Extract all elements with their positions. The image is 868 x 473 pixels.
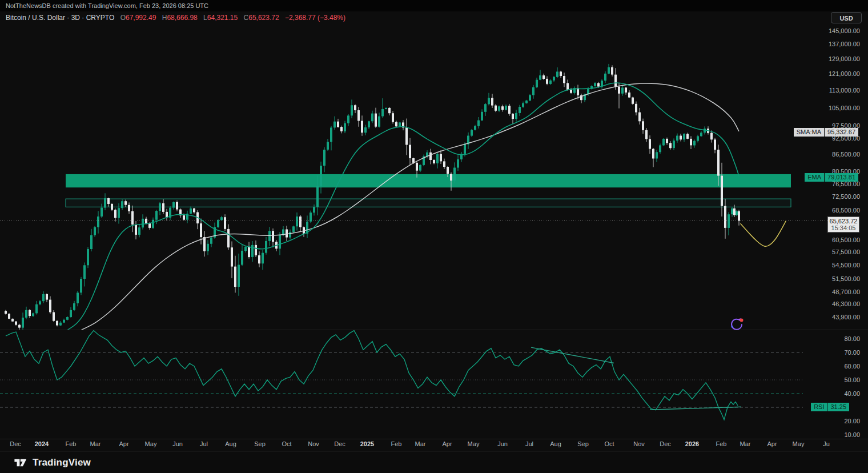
ohlc-open: O67,992.49 xyxy=(120,14,156,22)
rsi-tick-label: 10.00 xyxy=(844,431,860,438)
yellow-projection-drawing[interactable] xyxy=(741,221,786,246)
ema-name: EMA xyxy=(805,173,824,182)
time-tick-year: 2025 xyxy=(360,440,374,447)
time-tick-month: Nov xyxy=(308,440,319,447)
rsi-tick-label: 40.00 xyxy=(844,390,860,397)
refresh-cycle-icon[interactable] xyxy=(729,316,745,332)
time-tick-month: Feb xyxy=(391,440,402,447)
symbol-title[interactable]: Bitcoin / U.S. Dollar · 3D · CRYPTO xyxy=(6,14,114,22)
time-axis[interactable]: Dec2024FebMarAprMayJunJulAugSepOctNovDec… xyxy=(10,440,830,447)
sma-name: SMA:MA xyxy=(794,128,824,137)
time-tick-month: Jul xyxy=(525,440,533,447)
time-tick-month: May xyxy=(793,440,805,447)
price-tick-label: 113,000.00 xyxy=(829,87,860,94)
time-tick-month: Apr xyxy=(442,440,452,447)
ema-value: 79,013.81 xyxy=(825,173,858,182)
ohlc-low: L64,321.15 xyxy=(203,14,238,22)
time-tick-month: Sep xyxy=(577,440,589,447)
price-tick-label: 105,000.00 xyxy=(829,105,860,111)
footer-bar: TradingView xyxy=(0,451,868,473)
tradingview-chart-page: NotTheNewsDB created with TradingView.co… xyxy=(0,0,868,473)
time-tick-month: Apr xyxy=(767,440,777,447)
chart-canvas[interactable]: 145,000.00137,000.00129,000.00121,000.00… xyxy=(0,11,868,451)
rsi-panel[interactable] xyxy=(0,331,803,420)
tradingview-logo-icon[interactable] xyxy=(14,458,28,468)
price-tick-label: 54,500.00 xyxy=(832,262,860,268)
time-tick-month: Mar xyxy=(740,440,751,447)
attribution-bar: NotTheNewsDB created with TradingView.co… xyxy=(0,0,868,11)
symbol-info-row[interactable]: Bitcoin / U.S. Dollar · 3D · CRYPTO O67,… xyxy=(6,14,349,22)
last-price-box[interactable]: 65,623.72 15:34:05 xyxy=(827,217,859,233)
time-tick-month: Mar xyxy=(90,440,101,447)
rsi-trendline-1[interactable] xyxy=(531,347,614,363)
sma-value: 95,332.67 xyxy=(825,128,858,137)
time-tick-month: Apr xyxy=(119,440,128,447)
time-tick-year: 2024 xyxy=(35,440,49,447)
time-tick-month: Aug xyxy=(550,440,561,447)
price-tick-label: 129,000.00 xyxy=(829,55,860,62)
tradingview-wordmark[interactable]: TradingView xyxy=(33,457,91,468)
price-tick-label: 121,000.00 xyxy=(829,70,860,77)
price-tick-label: 46,300.00 xyxy=(832,300,860,307)
price-tick-label: 68,500.00 xyxy=(832,207,860,214)
price-tick-label: 72,500.00 xyxy=(832,193,860,200)
time-tick-month: Ju xyxy=(823,440,830,447)
change-value: −2,368.77 (−3.48%) xyxy=(285,14,345,22)
rsi-tick-label: 80.00 xyxy=(844,335,860,342)
price-tick-label: 57,500.00 xyxy=(832,248,860,255)
sma-label-badge[interactable]: SMA:MA 95,332.67 xyxy=(794,128,858,137)
time-tick-month: Oct xyxy=(604,440,614,447)
supply-zone-rect[interactable] xyxy=(66,174,791,187)
time-tick-month: Jul xyxy=(200,440,208,447)
rsi-tick-label: 20.00 xyxy=(844,418,860,424)
time-tick-month: Feb xyxy=(716,440,727,447)
time-tick-year: 2026 xyxy=(685,440,699,447)
time-tick-month: Feb xyxy=(66,440,77,447)
ohlc-close: C65,623.72 xyxy=(244,14,279,22)
price-tick-label: 137,000.00 xyxy=(829,41,860,47)
time-tick-month: Jun xyxy=(497,440,508,447)
time-tick-month: Dec xyxy=(334,440,345,447)
time-tick-month: May xyxy=(468,440,480,447)
time-tick-month: Oct xyxy=(282,440,291,447)
price-panel[interactable] xyxy=(5,64,791,332)
ema-label-badge[interactable]: EMA 79,013.81 xyxy=(805,173,858,182)
time-tick-month: Aug xyxy=(225,440,236,447)
price-tick-label: 60,500.00 xyxy=(832,236,860,243)
time-tick-month: Dec xyxy=(10,440,21,447)
price-tick-label: 145,000.00 xyxy=(829,27,860,34)
rsi-name: RSI xyxy=(811,403,827,411)
time-tick-month: Sep xyxy=(254,440,266,447)
last-price-value: 65,623.72 xyxy=(828,218,859,225)
time-tick-month: Mar xyxy=(415,440,426,447)
rsi-line[interactable] xyxy=(6,331,738,420)
time-tick-month: Jun xyxy=(172,440,183,447)
candle-countdown: 15:34:05 xyxy=(828,225,859,231)
rsi-value: 31.25 xyxy=(827,403,849,411)
time-tick-month: Nov xyxy=(633,440,645,447)
rsi-value-badge[interactable]: RSI 31.25 xyxy=(811,403,849,411)
ohlc-high: H68,666.98 xyxy=(162,14,198,22)
rsi-tick-label: 70.00 xyxy=(844,349,860,356)
rsi-tick-label: 60.00 xyxy=(844,363,860,370)
time-tick-month: May xyxy=(145,440,157,447)
chart-container[interactable]: 145,000.00137,000.00129,000.00121,000.00… xyxy=(0,11,868,451)
price-tick-label: 86,500.00 xyxy=(832,151,860,158)
currency-button[interactable]: USD xyxy=(831,12,862,23)
price-tick-label: 43,900.00 xyxy=(832,314,860,320)
price-tick-label: 51,500.00 xyxy=(832,275,860,282)
price-tick-label: 48,700.00 xyxy=(832,288,860,295)
time-tick-month: Dec xyxy=(660,440,671,447)
price-axis[interactable]: 145,000.00137,000.00129,000.00121,000.00… xyxy=(829,27,860,438)
candlestick-series xyxy=(5,64,740,332)
rsi-tick-label: 50.00 xyxy=(844,376,860,383)
